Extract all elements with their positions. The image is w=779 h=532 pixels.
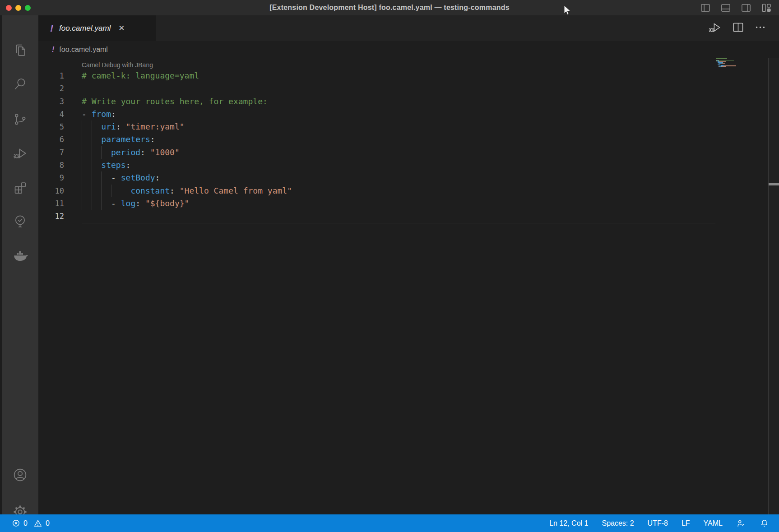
indent-guide (82, 120, 82, 133)
line-number[interactable]: 7 (38, 146, 64, 159)
line-number[interactable]: 6 (38, 133, 64, 146)
indent-guide (101, 171, 102, 184)
token-key: parameters (101, 134, 150, 144)
titlebar: [Extension Development Host] foo.camel.y… (0, 0, 779, 15)
code-line[interactable]: 5 uri: "timer:yaml" (38, 120, 779, 133)
line-number[interactable]: 12 (38, 210, 64, 222)
code-line[interactable]: 3# Write your routes here, for example: (38, 95, 779, 108)
line-number[interactable]: 9 (38, 171, 64, 184)
tab-foo-camel-yaml[interactable]: ! foo.camel.yaml ✕ (38, 15, 156, 41)
token-string: "Hello Camel from yaml" (180, 186, 292, 195)
code-line-text[interactable]: period: "1000" (82, 146, 779, 159)
code-line-text[interactable]: # camel-k: language=yaml (82, 69, 779, 82)
toggle-secondary-sidebar-icon[interactable] (741, 3, 751, 13)
token-comment: # camel-k: language=yaml (82, 71, 199, 80)
code-line-text[interactable]: # Write your routes here, for example: (82, 95, 779, 108)
line-number[interactable]: 3 (38, 95, 64, 108)
line-number[interactable]: 10 (38, 185, 64, 197)
code-line[interactable]: 10 constant: "Hello Camel from yaml" (38, 185, 779, 197)
line-number[interactable]: 4 (38, 108, 64, 120)
indent-guide (92, 120, 92, 133)
feedback-icon[interactable] (736, 518, 746, 528)
token-key: constant (130, 186, 170, 195)
code-line[interactable]: 4- from: (38, 108, 779, 120)
code-line[interactable]: 2 (38, 82, 779, 95)
more-actions-icon[interactable] (754, 21, 766, 35)
accounts-icon[interactable] (2, 463, 38, 486)
search-icon[interactable] (2, 72, 38, 96)
token-plain (82, 148, 111, 157)
indent-guide (82, 133, 82, 146)
indent-guide (92, 185, 92, 197)
token-punct: : (126, 160, 131, 170)
indent-guide (101, 185, 102, 197)
minimize-window-button[interactable] (15, 5, 21, 11)
indent-guide (82, 197, 82, 210)
code-lines: 1# camel-k: language=yaml23# Write your … (38, 69, 779, 223)
code-line-text[interactable]: - setBody: (82, 171, 779, 184)
toggle-primary-sidebar-icon[interactable] (700, 3, 711, 13)
minimap-line (716, 67, 766, 68)
run-and-debug-icon[interactable] (2, 142, 38, 165)
breadcrumb[interactable]: ! foo.camel.yaml (38, 41, 779, 58)
editor-content: Camel Debug with JBang 1# camel-k: langu… (38, 58, 779, 514)
token-plain (82, 199, 111, 208)
warning-count: 0 (46, 519, 50, 527)
language-mode-status[interactable]: YAML (704, 519, 723, 527)
notifications-bell-icon[interactable] (760, 518, 769, 528)
code-line[interactable]: 1# camel-k: language=yaml (38, 69, 779, 82)
camel-file-icon: ! (50, 23, 53, 34)
explorer-icon[interactable] (2, 38, 38, 61)
close-tab-icon[interactable]: ✕ (118, 24, 125, 32)
indent-guide (111, 185, 111, 197)
token-punct: - (82, 109, 92, 119)
testing-icon[interactable] (2, 209, 38, 233)
codelens-camel-debug-link[interactable]: Camel Debug with JBang (82, 61, 153, 69)
code-line[interactable]: 12 (38, 210, 779, 222)
code-line[interactable]: 8 steps: (38, 159, 779, 171)
code-line-text[interactable]: steps: (82, 159, 779, 171)
code-line[interactable]: 9 - setBody: (38, 171, 779, 184)
line-number[interactable]: 5 (38, 120, 64, 133)
run-or-debug-icon[interactable] (708, 20, 722, 37)
customize-layout-icon[interactable] (761, 3, 772, 13)
code-line[interactable]: 11 - log: "${body}" (38, 197, 779, 210)
code-line-text[interactable]: uri: "timer:yaml" (82, 120, 779, 133)
problems-status[interactable]: 0 0 (0, 519, 50, 527)
source-control-icon[interactable] (2, 107, 38, 131)
code-line-text[interactable] (82, 82, 779, 95)
cursor-position-status[interactable]: Ln 12, Col 1 (549, 519, 588, 527)
indent-guide (82, 159, 82, 171)
overview-ruler[interactable] (768, 58, 779, 514)
code-line[interactable]: 7 period: "1000" (38, 146, 779, 159)
zoom-window-button[interactable] (25, 5, 31, 11)
breadcrumb-file[interactable]: foo.camel.yaml (59, 46, 108, 54)
token-punct: : (150, 134, 155, 144)
status-bar: 0 0 Ln 12, Col 1 Spaces: 2 UTF-8 LF YAML (0, 514, 779, 532)
token-string: "timer:yaml" (126, 122, 185, 131)
code-line-text[interactable]: - log: "${body}" (82, 197, 779, 210)
docker-icon[interactable] (2, 243, 38, 267)
indentation-status[interactable]: Spaces: 2 (602, 519, 634, 527)
indent-guide (101, 197, 102, 210)
token-string: "${body}" (145, 199, 190, 208)
eol-status[interactable]: LF (682, 519, 690, 527)
token-key: period (111, 148, 140, 157)
encoding-status[interactable]: UTF-8 (648, 519, 668, 527)
minimap[interactable] (716, 58, 766, 68)
code-line-text[interactable]: - from: (82, 108, 779, 120)
indent-guide (82, 171, 82, 184)
split-editor-icon[interactable] (732, 21, 744, 35)
code-line[interactable]: 6 parameters: (38, 133, 779, 146)
line-number[interactable]: 11 (38, 197, 64, 210)
line-number[interactable]: 2 (38, 82, 64, 95)
indent-guide (92, 159, 92, 171)
line-number[interactable]: 1 (38, 69, 64, 82)
line-number[interactable]: 8 (38, 159, 64, 171)
extensions-icon[interactable] (2, 176, 38, 199)
toggle-panel-icon[interactable] (720, 3, 731, 13)
close-window-button[interactable] (6, 5, 12, 11)
code-line-text[interactable] (82, 210, 779, 222)
code-line-text[interactable]: parameters: (82, 133, 779, 146)
code-line-text[interactable]: constant: "Hello Camel from yaml" (82, 185, 779, 197)
